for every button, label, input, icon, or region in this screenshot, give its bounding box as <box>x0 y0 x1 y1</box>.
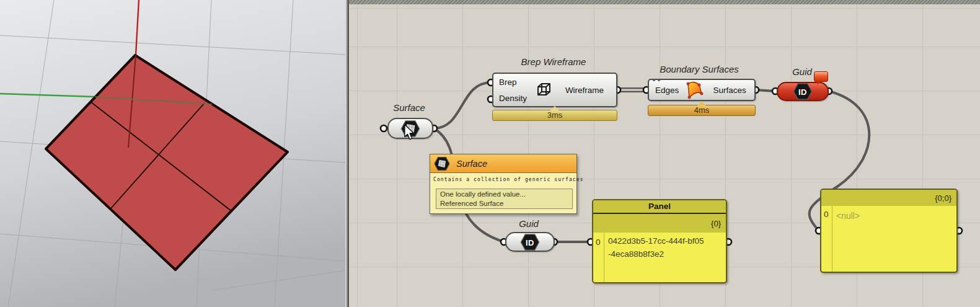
surface-tooltip: Surface Contains a collection of generic… <box>430 154 577 214</box>
boundary-surfaces-label: Boundary Surfaces <box>660 64 739 74</box>
panel-gutter-line <box>604 233 604 282</box>
tooltip-value-summary: One locally defined value... Referenced … <box>436 189 573 209</box>
edges-input-label: Edges <box>649 86 679 95</box>
tooltip-line1: One locally defined value... <box>440 190 568 199</box>
tooltip-description: Contains a collection of generic surface… <box>430 173 576 182</box>
wireframe-cube-icon <box>536 81 553 99</box>
brep-wireframe-time: 3ms <box>547 110 563 120</box>
panel-body[interactable]: 0 0422d3b5-17cc-444f-bf05-4eca88b8f3e2 <box>593 233 726 282</box>
brep-input-label: Brep <box>499 78 527 87</box>
surfaces-output-label: Surfaces <box>705 86 754 95</box>
tooltip-line2: Referenced Surface <box>440 199 568 208</box>
panel-tree-path: {0;0} <box>821 190 956 206</box>
boundary-surfaces-profiler: 4ms <box>648 105 756 116</box>
grasshopper-window: Surface Brep Wireframe Brep Density Wire… <box>0 0 980 307</box>
brep-wireframe-component[interactable]: Brep Density Wireframe <box>492 73 617 107</box>
mouse-cursor-icon <box>403 125 418 141</box>
boundary-surfaces-time: 4ms <box>694 105 710 115</box>
guid-top-label: Guid <box>792 66 812 77</box>
guid-id-glyph: ID <box>792 83 813 102</box>
guid-param[interactable]: ID <box>505 232 555 252</box>
guid-id-glyph: ID <box>519 233 541 252</box>
tooltip-title: Surface <box>456 159 487 169</box>
panel-body[interactable]: 0 <null> <box>821 206 956 272</box>
panel-title: Panel <box>593 200 726 214</box>
wireframe-output-label: Wireframe <box>553 86 616 95</box>
panel-item-value: <null> <box>836 210 942 223</box>
panel-item-index: 0 <box>596 238 601 247</box>
panel-gutter-line <box>832 206 832 272</box>
guid-param-error[interactable]: ID <box>777 82 829 101</box>
boundary-surfaces-component[interactable]: Edges Surfaces <box>648 79 756 101</box>
error-balloon-icon[interactable] <box>814 71 828 82</box>
panel-guid[interactable]: Panel {0} 0 0422d3b5-17cc-444f-bf05-4eca… <box>592 199 727 283</box>
brep-wireframe-label: Brep Wireframe <box>521 56 586 67</box>
rhino-viewport[interactable] <box>0 0 345 307</box>
surface-hex-icon <box>434 156 450 171</box>
surface-param-label: Surface <box>393 102 425 113</box>
guid-hex-icon: ID <box>792 82 813 101</box>
panel-item-index: 0 <box>824 210 829 219</box>
component-preview-dots <box>653 79 655 81</box>
panel-tree-path: {0} <box>593 214 726 233</box>
density-input-label: Density <box>499 94 527 103</box>
brep-wireframe-profiler: 3ms <box>492 110 617 121</box>
boundary-patch-icon <box>684 79 705 100</box>
guid-bottom-label: Guid <box>519 218 539 229</box>
panel-null[interactable]: {0;0} 0 <null> <box>820 189 958 273</box>
tooltip-header: Surface <box>430 154 576 173</box>
panel-item-value: 0422d3b5-17cc-444f-bf05-4eca88b8f3e2 <box>608 234 704 260</box>
guid-hex-icon: ID <box>519 233 541 251</box>
